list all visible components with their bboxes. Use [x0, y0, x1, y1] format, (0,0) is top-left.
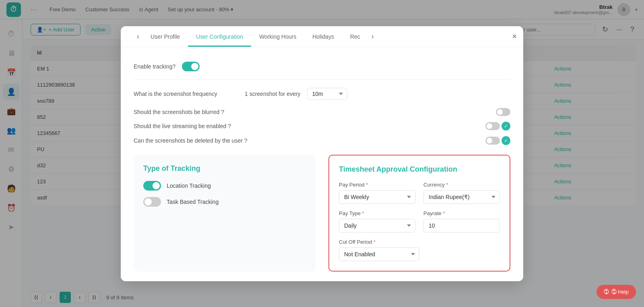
screenshots-deleted-label: Can the screenshots be deleted by the us…	[134, 137, 481, 144]
modal-tab-holidays[interactable]: Holidays	[304, 26, 342, 47]
modal-tab-rec[interactable]: Rec	[342, 26, 368, 47]
currency-field: Currency * Indian Rupee(₹) USD EUR	[423, 182, 500, 204]
screenshot-freq-mid: 1 screenshot for every	[245, 91, 301, 97]
modal-tab-user-profile[interactable]: User Profile	[142, 26, 188, 47]
type-of-tracking-title: Type of Tracking	[143, 164, 306, 173]
pay-type-label: Pay Type *	[339, 210, 415, 216]
modal-close-button[interactable]: ×	[512, 32, 517, 41]
screenshots-blurred-label: Should the screenshots be blurred ?	[134, 109, 491, 115]
modal-next-button[interactable]: ›	[368, 31, 377, 42]
pay-period-select[interactable]: Bi Weekly Weekly Monthly	[339, 190, 415, 204]
enable-tracking-toggle[interactable]	[182, 62, 200, 71]
type-of-tracking-box: Type of Tracking Location Tracking Task …	[134, 155, 316, 272]
timesheet-approval-box: Timesheet Approval Configuration Pay Per…	[328, 155, 510, 272]
modal-overlay[interactable]: ‹ User Profile User Configuration Workin…	[0, 0, 644, 307]
modal-tab-user-config[interactable]: User Configuration	[188, 26, 251, 47]
location-tracking-label: Location Tracking	[167, 183, 211, 189]
pay-period-field: Pay Period * Bi Weekly Weekly Monthly	[339, 182, 415, 204]
screenshots-deleted-row: Can the screenshots be deleted by the us…	[134, 136, 510, 145]
modal-prev-button[interactable]: ‹	[134, 31, 142, 42]
screenshots-deleted-toggle[interactable]	[485, 137, 500, 145]
cut-off-period-label: Cut Off Period *	[339, 239, 500, 245]
currency-select[interactable]: Indian Rupee(₹) USD EUR	[423, 190, 500, 204]
live-streaming-toggle[interactable]	[485, 122, 500, 130]
screenshot-freq-select[interactable]: 10m 5m 15m 30m	[307, 88, 347, 100]
location-tracking-toggle[interactable]	[143, 181, 161, 191]
enable-tracking-row: Enable tracking?	[134, 57, 510, 80]
payrate-label: Payrate *	[423, 210, 500, 216]
cut-off-period-field: Cut Off Period * Not Enabled Weekly Mont…	[339, 239, 500, 261]
live-streaming-label: Should the live streaming be enabled ?	[134, 123, 481, 129]
live-streaming-check-icon: ✓	[502, 122, 510, 131]
pay-type-select[interactable]: Daily Hourly Monthly	[339, 219, 415, 232]
timesheet-approval-title: Timesheet Approval Configuration	[339, 165, 500, 174]
cut-off-period-select[interactable]: Not Enabled Weekly Monthly	[339, 247, 419, 261]
enable-tracking-label: Enable tracking?	[134, 63, 175, 70]
payrate-field: Payrate *	[423, 210, 500, 232]
task-tracking-toggle[interactable]	[143, 197, 161, 207]
screenshot-frequency-row: What is the screenshot frequency 1 scree…	[134, 88, 510, 100]
screenshots-deleted-check-icon: ✓	[502, 136, 510, 145]
modal-tab-working-hours[interactable]: Working Hours	[251, 26, 304, 47]
location-tracking-row: Location Tracking	[143, 181, 306, 191]
user-config-modal: ‹ User Profile User Configuration Workin…	[121, 26, 523, 281]
screenshots-blurred-toggle[interactable]	[496, 108, 510, 116]
screenshots-blurred-row: Should the screenshots be blurred ?	[134, 108, 510, 116]
task-tracking-label: Task Based Tracking	[167, 199, 219, 205]
timesheet-form-grid: Pay Period * Bi Weekly Weekly Monthly	[339, 182, 500, 261]
live-streaming-row: Should the live streaming be enabled ? ✓	[134, 122, 510, 131]
modal-header: ‹ User Profile User Configuration Workin…	[121, 26, 523, 47]
screenshot-freq-label: What is the screenshot frequency	[134, 91, 238, 97]
help-icon: ⓵	[604, 289, 609, 295]
modal-body: Enable tracking? What is the screenshot …	[121, 47, 523, 281]
pay-type-field: Pay Type * Daily Hourly Monthly	[339, 210, 415, 232]
pay-period-label: Pay Period *	[339, 182, 415, 188]
task-based-tracking-row: Task Based Tracking	[143, 197, 306, 207]
currency-label: Currency *	[423, 182, 500, 188]
help-button[interactable]: ⓵ ⓵ Help	[597, 285, 636, 299]
two-col-section: Type of Tracking Location Tracking Task …	[134, 155, 510, 272]
payrate-input[interactable]	[423, 219, 500, 232]
